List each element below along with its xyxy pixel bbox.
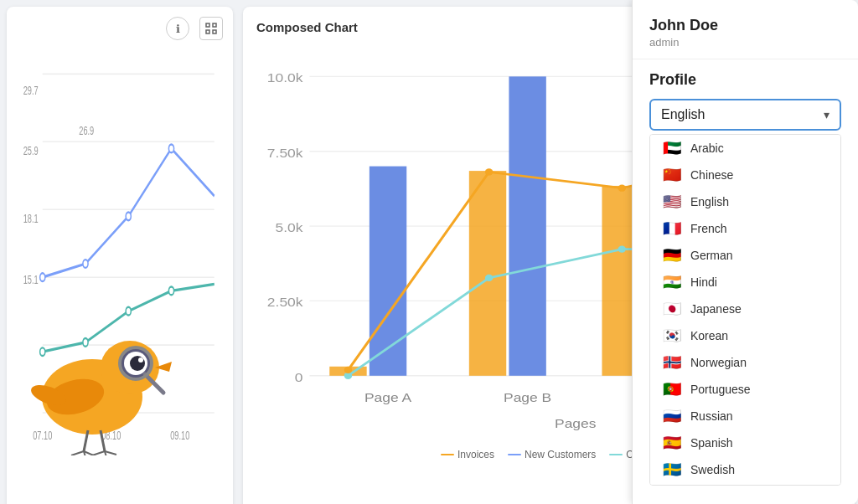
lang-option-russian[interactable]: 🇷🇺Russian [650, 403, 840, 429]
lang-label-arabic: Arabic [690, 141, 724, 155]
flag-icon-portuguese: 🇵🇹 [662, 382, 682, 397]
lang-option-portuguese[interactable]: 🇵🇹Portuguese [650, 376, 840, 403]
svg-point-31 [138, 357, 143, 363]
profile-dropdown-panel: John Doe admin Profile English ▾ 🇦🇪Arabi… [632, 0, 858, 504]
panel-icons: ℹ [17, 17, 223, 40]
svg-text:29.7: 29.7 [23, 84, 39, 98]
user-header: John Doe admin [633, 0, 858, 59]
svg-rect-0 [206, 23, 209, 27]
lang-option-german[interactable]: 🇩🇪German [650, 242, 840, 269]
svg-text:Page B: Page B [504, 391, 551, 405]
lang-label-chinese: Chinese [690, 168, 733, 182]
flag-icon-norwegian: 🇳🇴 [662, 355, 682, 370]
legend-invoices: Invoices [441, 449, 494, 460]
svg-line-42 [92, 451, 105, 455]
svg-text:2.50k: 2.50k [267, 295, 304, 309]
lang-option-french[interactable]: 🇫🇷French [650, 215, 840, 242]
svg-rect-2 [206, 30, 209, 33]
new-customers-color [508, 454, 521, 455]
invoices-color [441, 454, 454, 455]
legend-invoices-label: Invoices [457, 449, 494, 460]
legend-new-customers-label: New Customers [525, 449, 596, 460]
lang-option-swedish[interactable]: 🇸🇪Swedish [650, 456, 840, 483]
svg-point-64 [485, 275, 494, 281]
svg-point-68 [485, 168, 494, 175]
flag-icon-english: 🇺🇸 [662, 194, 682, 209]
legend-new-customers: New Customers [508, 449, 596, 460]
user-name: John Doe [649, 17, 841, 34]
svg-point-15 [40, 273, 45, 281]
lang-label-portuguese: Portuguese [690, 383, 751, 396]
svg-rect-58 [509, 76, 545, 375]
profile-label: Profile [649, 71, 841, 89]
flag-icon-arabic: 🇦🇪 [662, 141, 682, 156]
svg-point-69 [618, 185, 626, 192]
lang-option-japanese[interactable]: 🇯🇵Japanese [650, 296, 840, 322]
svg-text:5.0k: 5.0k [276, 220, 304, 234]
lang-option-norwegian[interactable]: 🇳🇴Norwegian [650, 349, 840, 376]
expand-icon[interactable] [199, 17, 223, 40]
svg-rect-1 [213, 23, 216, 27]
svg-point-17 [126, 212, 131, 220]
lang-label-japanese: Japanese [690, 302, 742, 316]
svg-line-39 [71, 451, 84, 455]
svg-text:26.9: 26.9 [79, 124, 94, 138]
bird-illustration [8, 288, 176, 455]
svg-rect-57 [469, 171, 506, 376]
left-panel: ℹ 15.1 [7, 7, 233, 504]
lang-label-german: German [690, 249, 733, 262]
lang-option-arabic[interactable]: 🇦🇪Arabic [650, 135, 840, 162]
lang-label-norwegian: Norwegian [690, 356, 747, 369]
lang-option-english[interactable]: 🇺🇸English [650, 188, 840, 215]
lang-label-spanish: Spanish [690, 436, 733, 450]
chevron-down-icon: ▾ [824, 108, 830, 121]
svg-text:Page A: Page A [364, 391, 411, 405]
line-chart-area: 15.1 18.1 25.9 29.7 26.9 07.10 [17, 47, 223, 481]
flag-icon-korean: 🇰🇷 [662, 328, 682, 343]
flag-icon-swedish: 🇸🇪 [662, 462, 682, 477]
lang-option-hindi[interactable]: 🇮🇳Hindi [650, 269, 840, 296]
flag-icon-french: 🇫🇷 [662, 221, 682, 236]
lang-option-korean[interactable]: 🇰🇷Korean [650, 322, 840, 349]
flag-icon-chinese: 🇨🇳 [662, 167, 682, 183]
svg-point-16 [83, 260, 88, 268]
svg-point-65 [618, 245, 626, 252]
lang-label-swedish: Swedish [690, 463, 735, 476]
svg-text:0: 0 [295, 370, 303, 384]
info-icon[interactable]: ℹ [166, 17, 189, 40]
svg-rect-3 [213, 30, 216, 33]
svg-point-30 [130, 356, 145, 371]
orders-color [609, 454, 623, 455]
language-select-box[interactable]: English ▾ [649, 99, 841, 131]
svg-text:15.1: 15.1 [23, 273, 39, 287]
svg-text:18.1: 18.1 [23, 212, 39, 226]
flag-icon-german: 🇩🇪 [662, 248, 682, 263]
svg-line-44 [105, 451, 116, 455]
lang-label-french: French [690, 222, 727, 235]
svg-text:Pages: Pages [555, 416, 596, 430]
svg-text:7.50k: 7.50k [267, 146, 304, 160]
flag-icon-hindi: 🇮🇳 [662, 275, 682, 290]
svg-point-18 [168, 145, 173, 153]
svg-rect-56 [370, 167, 406, 376]
language-current-value: English [661, 107, 705, 122]
lang-label-hindi: Hindi [690, 275, 717, 289]
language-dropdown-list: 🇦🇪Arabic🇨🇳Chinese🇺🇸English🇫🇷French🇩🇪Germ… [649, 134, 841, 486]
lang-option-turkish[interactable]: 🇹🇷Turkish [650, 483, 840, 486]
svg-text:10.0k: 10.0k [267, 70, 304, 85]
flag-icon-japanese: 🇯🇵 [662, 301, 682, 316]
svg-point-67 [344, 367, 353, 373]
lang-option-chinese[interactable]: 🇨🇳Chinese [650, 162, 840, 188]
lang-label-english: English [690, 195, 729, 208]
main-content: ℹ 15.1 [0, 0, 858, 504]
user-role: admin [649, 36, 841, 49]
flag-icon-russian: 🇷🇺 [662, 409, 682, 424]
lang-option-spanish[interactable]: 🇪🇸Spanish [650, 429, 840, 456]
lang-label-russian: Russian [690, 409, 733, 423]
flag-icon-spanish: 🇪🇸 [662, 435, 682, 450]
lang-label-korean: Korean [690, 329, 728, 342]
profile-section: Profile English ▾ 🇦🇪Arabic🇨🇳Chinese🇺🇸Eng… [633, 59, 858, 494]
svg-text:25.9: 25.9 [23, 144, 39, 158]
